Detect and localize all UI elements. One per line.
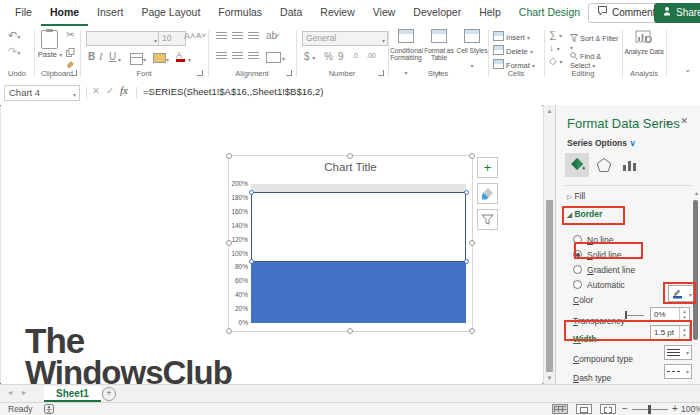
radio-solid-line[interactable]: [573, 250, 582, 259]
fill-button[interactable]: ↓ ▾: [549, 42, 560, 53]
analyze-data-button[interactable]: Analyze Data: [622, 30, 666, 55]
scrollbar-thumb[interactable]: [546, 200, 553, 372]
align-right-icon[interactable]: [248, 52, 259, 60]
tab-chart-design[interactable]: Chart Design: [510, 0, 589, 26]
increase-font-icon[interactable]: A˄: [184, 31, 195, 41]
chart-resize-handle[interactable]: [469, 240, 475, 246]
tab-data[interactable]: Data: [271, 0, 311, 26]
chart-title[interactable]: Chart Title: [229, 161, 472, 173]
merge-center-icon[interactable]: [266, 52, 281, 63]
zoom-in-button[interactable]: +: [672, 403, 678, 414]
fill-color-dropdown-icon[interactable]: ▾: [166, 56, 169, 63]
number-dialog-launcher[interactable]: [378, 70, 384, 76]
chart-elements-button[interactable]: +: [477, 157, 498, 178]
series-options-header[interactable]: Series Options ∨: [567, 138, 636, 148]
decrease-font-icon[interactable]: A˅: [196, 31, 206, 40]
chart[interactable]: Chart Title 200%180%160%140%120%100%80%6…: [228, 155, 473, 332]
chart-resize-handle[interactable]: [469, 328, 475, 334]
transparency-input[interactable]: 0% ▴▾: [650, 307, 690, 322]
share-button[interactable]: Share: [654, 3, 700, 23]
clipboard-dialog-launcher[interactable]: [71, 70, 77, 76]
tab-home[interactable]: Home: [41, 0, 88, 26]
range-handle[interactable]: [0, 105, 1, 106]
chart-styles-button[interactable]: [477, 183, 498, 204]
border-section-header[interactable]: ◢ Border: [567, 209, 602, 219]
accessibility-icon[interactable]: [44, 404, 54, 415]
number-format-select[interactable]: General▾: [302, 31, 388, 46]
transparency-slider-thumb[interactable]: [625, 311, 627, 319]
font-size-input[interactable]: 10: [158, 31, 186, 46]
fill-color-icon[interactable]: [153, 53, 166, 63]
font-dialog-launcher[interactable]: [197, 70, 203, 76]
tab-developer[interactable]: Developer: [404, 0, 470, 26]
delete-cells-button[interactable]: Delete ▾: [493, 45, 533, 56]
insert-cells-button[interactable]: Insert ▾: [493, 31, 530, 42]
radio-automatic[interactable]: [573, 280, 582, 289]
align-bottom-icon[interactable]: [248, 32, 259, 40]
accounting-format-icon[interactable]: $ ▾: [304, 51, 315, 62]
find-select-button[interactable]: Find & Select ▾: [570, 52, 622, 70]
chart-plot-area[interactable]: 200%180%160%140%120%100%80%60%40%20%0%: [251, 184, 466, 323]
scroll-down-icon[interactable]: ▾: [544, 374, 555, 382]
tab-view[interactable]: View: [364, 0, 405, 26]
chart-resize-handle[interactable]: [347, 328, 353, 334]
border-option-gradient-line[interactable]: Gradient line: [573, 259, 635, 274]
name-box[interactable]: Chart 4 ▾: [4, 85, 80, 101]
name-box-dropdown-icon[interactable]: ▾: [73, 91, 76, 98]
alignment-dialog-launcher[interactable]: [286, 70, 292, 76]
align-middle-icon[interactable]: [232, 32, 243, 40]
series-achieved-bar[interactable]: [251, 262, 466, 323]
series-target-bar-selected[interactable]: [251, 192, 466, 262]
collapse-ribbon-button[interactable]: ⌄: [684, 64, 692, 74]
zoom-out-button[interactable]: −: [622, 403, 628, 414]
autosum-button[interactable]: ∑ ▾: [549, 29, 562, 40]
tab-review[interactable]: Review: [311, 0, 363, 26]
pane-scrollbar-thumb[interactable]: [693, 200, 698, 340]
border-option-automatic[interactable]: Automatic: [573, 274, 635, 289]
series-selection-handle[interactable]: [249, 259, 254, 264]
undo-button[interactable]: ↶▾: [8, 29, 20, 42]
insert-function-icon[interactable]: fx: [120, 84, 128, 96]
series-selection-handle[interactable]: [464, 190, 469, 195]
align-left-icon[interactable]: [216, 52, 227, 60]
normal-view-button[interactable]: [552, 404, 568, 414]
series-options-tab[interactable]: [622, 158, 637, 176]
comma-style-icon[interactable]: 9: [338, 51, 344, 62]
width-input[interactable]: 1.5 pt ▴▾: [650, 325, 690, 340]
font-color-icon[interactable]: A: [176, 50, 185, 62]
paste-button[interactable]: Paste ▾: [36, 50, 64, 59]
dash-type-dropdown[interactable]: ▾: [664, 364, 692, 379]
sheet-tab-sheet1[interactable]: Sheet1: [44, 386, 101, 402]
increase-decimal-icon[interactable]: .0: [352, 52, 358, 59]
tab-help[interactable]: Help: [470, 0, 510, 26]
effects-tab[interactable]: [596, 157, 612, 177]
transparency-slider-track[interactable]: [626, 315, 644, 316]
borders-dropdown-icon[interactable]: ▾: [143, 56, 146, 63]
tab-file[interactable]: File: [6, 0, 41, 26]
chart-resize-handle[interactable]: [226, 153, 232, 159]
border-option-solid-line[interactable]: Solid line: [573, 244, 635, 259]
tab-insert[interactable]: Insert: [88, 0, 132, 26]
page-break-view-button[interactable]: [600, 404, 616, 414]
pane-options-dropdown-icon[interactable]: ▾: [666, 118, 670, 127]
font-color-dropdown-icon[interactable]: ▾: [188, 56, 191, 63]
cancel-icon[interactable]: ✕: [92, 85, 100, 96]
underline-button[interactable]: U: [109, 51, 116, 62]
radio-gradient-line[interactable]: [573, 265, 582, 274]
redo-button[interactable]: ↷▾: [8, 45, 20, 58]
sheet-next-icon[interactable]: ▸: [22, 388, 26, 397]
tab-page-layout[interactable]: Page Layout: [132, 0, 209, 26]
sort-filter-button[interactable]: Sort & Filter ▾: [570, 34, 622, 52]
series-selection-handle[interactable]: [464, 259, 469, 264]
border-option-no-line[interactable]: No line: [573, 229, 635, 244]
compound-type-dropdown[interactable]: ▾: [664, 345, 692, 360]
cell-styles-button[interactable]: Cell Styles▾: [456, 29, 488, 72]
zoom-slider-thumb[interactable]: [648, 405, 651, 414]
fill-section-header[interactable]: ▷ Fill: [567, 191, 585, 201]
underline-dropdown-icon[interactable]: ▾: [118, 56, 121, 63]
font-name-input[interactable]: ▾: [86, 31, 160, 46]
clear-button[interactable]: ◇ ▾: [549, 55, 563, 66]
chart-resize-handle[interactable]: [469, 153, 475, 159]
grid-vertical-scrollbar[interactable]: ▴ ▾: [543, 105, 555, 384]
borders-icon[interactable]: [130, 53, 143, 65]
